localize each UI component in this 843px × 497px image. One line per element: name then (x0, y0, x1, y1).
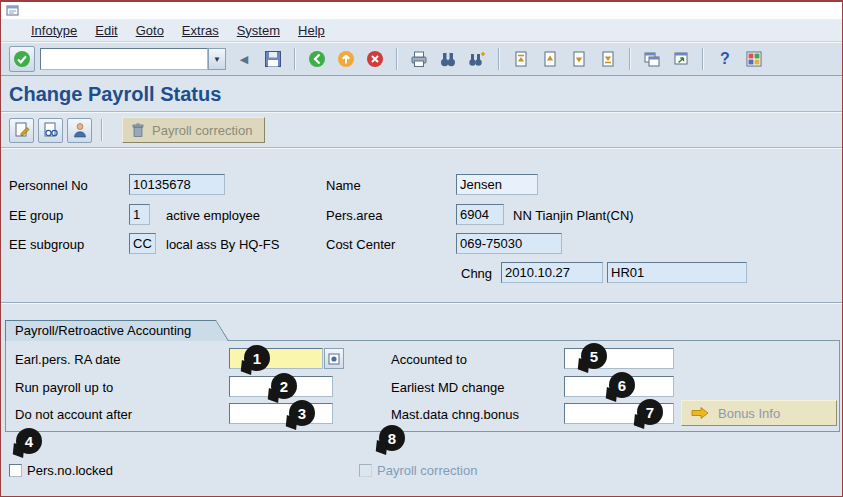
toolbar-separator (498, 48, 500, 70)
pers-no-locked-label: Pers.no.locked (27, 463, 113, 478)
command-history-button[interactable]: ▼ (208, 48, 226, 70)
marker-number: 5 (590, 348, 598, 365)
do-not-account-after-label: Do not account after (15, 407, 132, 422)
annotation-marker-6: 6 (609, 372, 635, 398)
help-button[interactable]: ? (712, 46, 738, 72)
payroll-correction-button: Payroll correction (122, 117, 265, 143)
mast-data-chng-bonus-label: Mast.data chng.bonus (391, 407, 519, 422)
prev-page-button[interactable] (537, 46, 563, 72)
application-toolbar: Payroll correction (1, 113, 842, 148)
do-not-account-after-input[interactable] (229, 403, 333, 424)
collapse-command-button[interactable]: ◀ (231, 46, 257, 72)
payroll-box-tab: Payroll/Retroactive Accounting (5, 320, 229, 341)
personnel-no-field[interactable]: 10135678 (129, 174, 225, 195)
annotation-marker-7: 7 (637, 399, 663, 425)
marker-number: 8 (388, 430, 396, 447)
customize-layout-icon (745, 50, 763, 68)
save-icon (264, 50, 282, 68)
window-titlebar (1, 2, 842, 19)
menu-extras[interactable]: Extras (182, 23, 219, 38)
change-icon (13, 121, 31, 139)
ee-subgroup-label: EE subgroup (9, 237, 84, 252)
next-page-button[interactable] (566, 46, 592, 72)
print-icon (410, 50, 428, 68)
annotation-marker-5: 5 (581, 343, 607, 369)
annotation-marker-1: 1 (244, 345, 270, 371)
find-button[interactable] (435, 46, 461, 72)
print-button[interactable] (406, 46, 432, 72)
personnel-no-label: Personnel No (9, 178, 88, 193)
enter-button[interactable] (9, 46, 35, 72)
cancel-button[interactable] (362, 46, 388, 72)
find-next-button[interactable] (464, 46, 490, 72)
ee-subgroup-field[interactable]: CC (129, 233, 156, 254)
run-payroll-up-to-label: Run payroll up to (15, 380, 113, 395)
annotation-marker-2: 2 (271, 373, 297, 399)
annotation-marker-4: 4 (16, 428, 42, 454)
sap-window: Infotype Edit Goto Extras System Help ▼ … (0, 0, 843, 497)
window-icon (6, 4, 20, 17)
marker-number: 4 (25, 433, 33, 450)
toolbar-separator (294, 48, 296, 70)
exit-button[interactable] (333, 46, 359, 72)
marker-number: 3 (298, 405, 306, 422)
last-page-button[interactable] (595, 46, 621, 72)
ee-group-field[interactable]: 1 (129, 204, 150, 225)
ee-group-label: EE group (9, 208, 63, 223)
chng-label: Chng (461, 266, 492, 281)
find-next-icon (468, 50, 486, 68)
new-session-button[interactable] (639, 46, 665, 72)
shortcut-button[interactable] (668, 46, 694, 72)
name-label: Name (326, 178, 361, 193)
marker-number: 7 (646, 404, 654, 421)
toolbar-separator (702, 48, 704, 70)
enter-icon (13, 50, 31, 68)
menu-help[interactable]: Help (298, 23, 325, 38)
last-page-icon (599, 50, 617, 68)
divider (1, 302, 842, 304)
bonus-info-label: Bonus Info (718, 406, 780, 421)
ra-date-value-help-button[interactable] (324, 348, 344, 369)
accounted-to-label: Accounted to (391, 352, 467, 367)
trash-icon (131, 122, 145, 138)
name-field[interactable]: Jensen (456, 174, 538, 195)
person-icon (71, 121, 89, 139)
pers-no-locked-checkbox[interactable] (9, 464, 22, 477)
command-field[interactable] (40, 48, 208, 70)
ee-subgroup-text: local ass By HQ-FS (166, 237, 279, 252)
new-session-icon (643, 50, 661, 68)
back-button[interactable] (304, 46, 330, 72)
menu-bar: Infotype Edit Goto Extras System Help (1, 19, 842, 42)
page-title: Change Payroll Status (9, 83, 221, 106)
command-field-group: ▼ (40, 48, 226, 70)
menu-infotype[interactable]: Infotype (31, 23, 77, 38)
display-button[interactable] (38, 118, 63, 143)
first-page-icon (512, 50, 530, 68)
pers-area-field[interactable]: 6904 (456, 204, 504, 225)
annotation-marker-8: 8 (379, 425, 405, 451)
pers-area-text: NN Tianjin Plant(CN) (513, 208, 634, 223)
cost-center-label: Cost Center (326, 237, 395, 252)
toolbar-separator (101, 119, 103, 141)
cost-center-field[interactable]: 069-75030 (456, 233, 562, 254)
marker-number: 1 (253, 350, 261, 367)
menu-goto[interactable]: Goto (136, 23, 164, 38)
bonus-info-button: Bonus Info (681, 400, 837, 426)
customize-layout-button[interactable] (741, 46, 767, 72)
menu-system[interactable]: System (237, 23, 280, 38)
earliest-md-change-label: Earliest MD change (391, 380, 504, 395)
first-page-button[interactable] (508, 46, 534, 72)
menu-edit[interactable]: Edit (95, 23, 117, 38)
personnel-button[interactable] (67, 118, 92, 143)
title-bar: Change Payroll Status (1, 78, 842, 112)
save-button[interactable] (260, 46, 286, 72)
cancel-icon (366, 50, 384, 68)
matchcode-icon (328, 353, 340, 365)
prev-page-icon (541, 50, 559, 68)
payroll-correction-checkbox-label: Payroll correction (377, 463, 477, 478)
change-button[interactable] (9, 118, 34, 143)
chng-date-field[interactable]: 2010.10.27 (501, 262, 603, 283)
pers-area-label: Pers.area (326, 208, 382, 223)
chng-user-field[interactable]: HR01 (607, 262, 747, 283)
next-page-icon (570, 50, 588, 68)
